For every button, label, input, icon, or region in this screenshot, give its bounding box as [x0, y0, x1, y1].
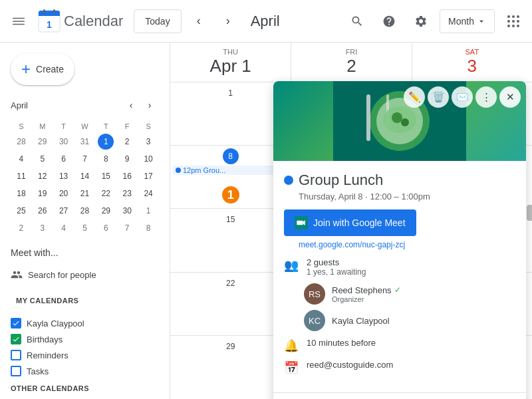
svg-rect-19	[297, 221, 303, 225]
mini-day-2-6[interactable]: 17	[140, 168, 156, 184]
svg-rect-1	[13, 21, 25, 22]
mini-day-0-4[interactable]: 1	[98, 134, 114, 150]
reminder-text: 10 minutes before	[307, 338, 376, 348]
mini-day-1-1[interactable]: 5	[35, 151, 51, 167]
mini-day-2-5[interactable]: 16	[119, 168, 135, 184]
mini-day-0-3[interactable]: 31	[76, 134, 92, 150]
calendar-checkbox-reminders[interactable]	[11, 350, 21, 360]
popup-subtitle: Thursday, April 8 · 12:00 – 1:00pm	[284, 192, 515, 201]
help-button[interactable]	[376, 8, 402, 35]
mini-day-4-5[interactable]: 30	[119, 203, 135, 219]
app-header: 1 Calendar Today ‹ › April Month	[0, 0, 532, 43]
organizer-row: RS Reed Stephens ✓ Organizer	[284, 283, 515, 305]
calendar-checkbox-tasks[interactable]	[11, 366, 21, 376]
mini-day-4-3[interactable]: 28	[76, 203, 92, 219]
organizer-name: Reed Stephens	[332, 285, 392, 295]
mini-day-0-5[interactable]: 2	[119, 134, 135, 150]
mini-cal-grid: S M T W T F S 28293031123456789101112131…	[11, 120, 159, 237]
my-calendars-section: My calendars Kayla Claypool Birthdays Re…	[0, 286, 170, 379]
mini-day-3-0[interactable]: 18	[13, 186, 29, 201]
mini-day-0-1[interactable]: 29	[35, 134, 51, 150]
mini-day-4-2[interactable]: 27	[56, 203, 72, 219]
calendar-item-birthdays[interactable]: Birthdays	[5, 331, 164, 347]
popup-footer: Going? 2 ➜ Yes No Maybe ∧	[273, 392, 526, 399]
mini-day-1-5[interactable]: 9	[119, 151, 135, 167]
mini-day-5-4[interactable]: 6	[98, 220, 114, 236]
delete-button[interactable]: 🗑️	[428, 86, 449, 108]
today-button[interactable]: Today	[134, 9, 181, 33]
calendar-checkbox-birthdays[interactable]	[11, 334, 21, 344]
mini-day-0-0[interactable]: 28	[13, 134, 29, 150]
apps-button[interactable]	[500, 8, 527, 35]
mini-next-btn[interactable]: ›	[140, 96, 159, 114]
search-people[interactable]: Search for people	[0, 263, 170, 286]
other-calendars-title: Other calendars	[11, 384, 89, 392]
search-people-text: Search for people	[28, 270, 96, 280]
popup-toolbar: ✏️ 🗑️ ✉️ ⋮ ✕	[404, 86, 521, 108]
mini-day-5-6[interactable]: 8	[140, 220, 156, 236]
mini-day-5-2[interactable]: 4	[56, 220, 72, 236]
sidebar: + Create April ‹ › S M T W T F S	[0, 43, 170, 399]
mini-day-1-4[interactable]: 8	[98, 151, 114, 167]
mini-day-1-0[interactable]: 4	[13, 151, 29, 167]
mini-day-0-6[interactable]: 3	[140, 134, 156, 150]
guests-count: 2 guests	[307, 257, 366, 267]
search-button[interactable]	[344, 8, 370, 35]
mini-day-5-1[interactable]: 3	[35, 220, 51, 236]
calendar-grid: THU Apr 1 FRI 2 SAT 3 1 2 3 8	[170, 43, 532, 399]
calendar-label-tasks: Tasks	[27, 366, 49, 376]
mini-cal-header: April ‹ ›	[11, 96, 159, 114]
mini-day-2-1[interactable]: 12	[35, 168, 51, 184]
guests-icon: 👥	[284, 258, 299, 273]
mini-day-0-2[interactable]: 30	[56, 134, 72, 150]
mini-day-2-0[interactable]: 11	[13, 168, 29, 184]
mini-day-4-6[interactable]: 1	[140, 203, 156, 219]
mini-day-3-4[interactable]: 22	[98, 186, 114, 201]
event-popup: ✏️ 🗑️ ✉️ ⋮ ✕ Group Lunch Thursday, April…	[273, 81, 526, 399]
mini-day-3-1[interactable]: 19	[35, 186, 51, 201]
mini-day-2-4[interactable]: 15	[98, 168, 114, 184]
calendar-label-reminders: Reminders	[27, 350, 68, 360]
mini-day-5-5[interactable]: 7	[119, 220, 135, 236]
mini-day-4-4[interactable]: 29	[98, 203, 114, 219]
edit-button[interactable]: ✏️	[404, 86, 425, 108]
logo-area: 1 Calendar	[37, 9, 123, 33]
next-button[interactable]: ›	[216, 9, 240, 33]
mini-day-1-2[interactable]: 6	[56, 151, 72, 167]
mini-day-3-2[interactable]: 20	[56, 186, 72, 201]
calendar-item-reminders[interactable]: Reminders	[5, 347, 164, 363]
create-plus-icon: +	[21, 60, 31, 78]
header-thu: THU Apr 1	[170, 43, 291, 82]
calendar-item-tasks[interactable]: Tasks	[5, 363, 164, 379]
scrollbar[interactable]	[527, 205, 532, 221]
mini-day-4-0[interactable]: 25	[13, 203, 29, 219]
calendar-item-kayla[interactable]: Kayla Claypool	[5, 315, 164, 331]
more-button[interactable]: ⋮	[475, 86, 497, 108]
organizer-avatar: RS	[304, 283, 325, 305]
header-fri: FRI 2	[291, 43, 411, 82]
event-group-lunch[interactable]: 12pm Grou...	[173, 166, 288, 175]
attendee-avatar: KC	[304, 310, 325, 331]
mini-day-1-3[interactable]: 7	[76, 151, 92, 167]
mini-day-2-2[interactable]: 13	[56, 168, 72, 184]
calendar-checkbox-kayla[interactable]	[11, 318, 21, 329]
mini-day-3-6[interactable]: 24	[140, 186, 156, 201]
join-meet-button[interactable]: Join with Google Meet	[284, 209, 416, 236]
mini-day-2-3[interactable]: 14	[76, 168, 92, 184]
mini-day-3-3[interactable]: 21	[76, 186, 92, 201]
mini-day-4-1[interactable]: 26	[35, 203, 51, 219]
mini-day-5-3[interactable]: 5	[76, 220, 92, 236]
create-button[interactable]: + Create	[11, 53, 74, 85]
settings-button[interactable]	[408, 8, 434, 35]
close-button[interactable]: ✕	[499, 86, 521, 108]
popup-image: ✏️ 🗑️ ✉️ ⋮ ✕	[273, 81, 526, 161]
mini-day-3-5[interactable]: 23	[119, 186, 135, 201]
svg-point-17	[401, 118, 409, 126]
menu-button[interactable]	[5, 8, 32, 35]
mini-day-1-6[interactable]: 10	[140, 151, 156, 167]
mini-day-5-0[interactable]: 2	[13, 220, 29, 236]
prev-button[interactable]: ‹	[187, 9, 211, 33]
mini-prev-btn[interactable]: ‹	[122, 96, 140, 114]
view-selector[interactable]: Month	[440, 9, 495, 33]
email-button[interactable]: ✉️	[452, 86, 473, 108]
